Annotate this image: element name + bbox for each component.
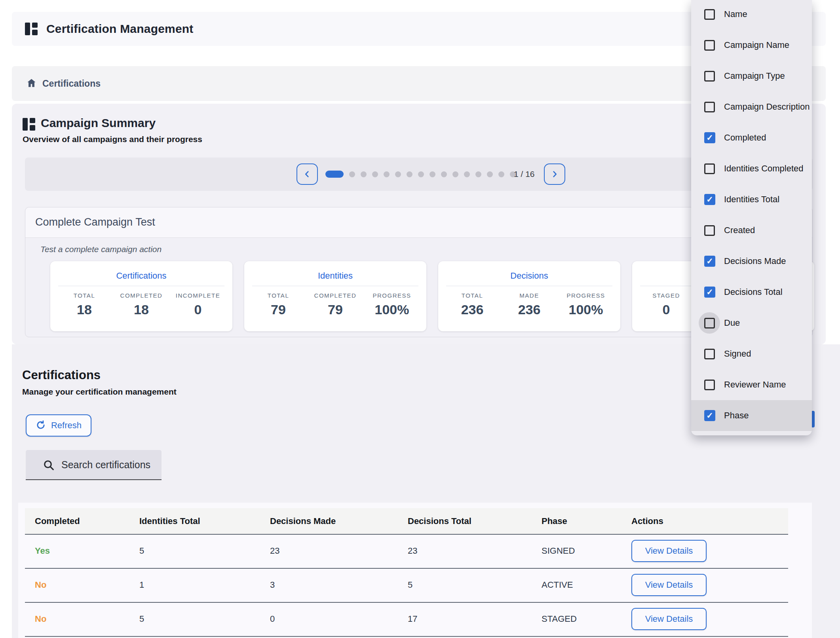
carousel-dot-active[interactable] [325, 171, 344, 178]
column-header-completed: Completed [35, 508, 80, 534]
carousel-dot[interactable] [418, 171, 424, 177]
menu-item-campaign-name[interactable]: Campaign Name [691, 30, 812, 61]
carousel-dot[interactable] [475, 171, 481, 177]
menu-item-decisions-made[interactable]: ✓ Decisions Made [691, 246, 812, 277]
cell-phase: SIGNED [542, 534, 575, 568]
menu-item-reviewer-name[interactable]: Reviewer Name [691, 369, 812, 400]
carousel-prev-button[interactable] [296, 163, 318, 185]
certifications-table: Completed Identities Total Decisions Mad… [18, 503, 812, 638]
checkbox-unchecked-icon[interactable] [704, 40, 715, 51]
stat-card-title: Decisions [438, 271, 620, 281]
carousel-dot[interactable] [407, 171, 412, 177]
page-title: Certification Management [46, 22, 194, 36]
search-input[interactable] [61, 450, 156, 479]
checkbox-checked-icon[interactable]: ✓ [704, 194, 715, 205]
checkbox-unchecked-icon[interactable] [704, 380, 715, 390]
cell-completed: Yes [35, 534, 50, 568]
menu-item-label: Decisions Made [724, 256, 786, 266]
campaign-name: Complete Campaign Test [35, 216, 155, 228]
stat-card-certifications: Certifications TOTAL 18 COMPLETED 18 INC… [50, 261, 232, 331]
checkbox-unchecked-icon[interactable] [704, 318, 715, 328]
checkbox-unchecked-icon[interactable] [704, 349, 715, 359]
view-details-button[interactable]: View Details [631, 574, 707, 596]
menu-item-due[interactable]: Due [691, 308, 812, 338]
carousel-page-indicator: 1 / 16 [514, 158, 535, 191]
column-header-identities-total: Identities Total [139, 508, 200, 534]
checkbox-unchecked-icon[interactable] [704, 71, 715, 82]
menu-item-label: Decisions Total [724, 287, 783, 297]
menu-item-label: Identities Total [724, 194, 779, 205]
checkbox-checked-icon[interactable]: ✓ [704, 132, 715, 143]
carousel-dot[interactable] [441, 171, 447, 177]
breadcrumb-item-certifications[interactable]: Certifications [42, 78, 101, 89]
campaign-summary-subtitle: Overview of all campaigns and their prog… [23, 135, 202, 144]
carousel-dot[interactable] [349, 171, 355, 177]
checkbox-checked-icon[interactable]: ✓ [704, 410, 715, 421]
column-header-actions: Actions [631, 508, 663, 534]
carousel-dot[interactable] [487, 171, 493, 177]
certification-management-screen: Certifications Manage your certification… [0, 0, 840, 638]
column-header-phase: Phase [542, 508, 567, 534]
stat-card-decisions: Decisions TOTAL 236 MADE 236 PROGRESS 10… [438, 261, 620, 331]
menu-item-decisions-total[interactable]: ✓ Decisions Total [691, 277, 812, 308]
column-chooser-menu: Name Campaign Name Campaign Type Campaig… [691, 0, 812, 435]
view-details-button[interactable]: View Details [631, 540, 707, 562]
search-icon [42, 459, 55, 473]
dashboard-icon [25, 23, 38, 35]
menu-item-campaign-type[interactable]: Campaign Type [691, 61, 812, 91]
home-icon[interactable] [26, 78, 37, 90]
menu-item-label: Created [724, 225, 755, 235]
cell-decisions-made: 3 [270, 568, 275, 602]
carousel-dot[interactable] [430, 171, 435, 177]
divider [58, 286, 224, 286]
menu-item-label: Identities Completed [724, 163, 804, 174]
cell-identities-total: 5 [139, 602, 144, 636]
divider [446, 286, 612, 286]
carousel-dot[interactable] [372, 171, 378, 177]
checkbox-unchecked-icon[interactable] [704, 102, 715, 112]
carousel-dot[interactable] [498, 171, 504, 177]
carousel-dot[interactable] [464, 171, 470, 177]
certifications-heading: Certifications [22, 368, 101, 382]
checkbox-unchecked-icon[interactable] [704, 163, 715, 174]
view-details-button[interactable]: View Details [631, 608, 707, 630]
stat-card-title: Identities [244, 271, 426, 281]
menu-item-created[interactable]: Created [691, 215, 812, 246]
refresh-button[interactable]: Refresh [26, 414, 91, 437]
menu-item-campaign-description[interactable]: Campaign Description [691, 91, 812, 122]
menu-item-label: Signed [724, 349, 751, 359]
menu-item-identities-completed[interactable]: Identities Completed [691, 153, 812, 184]
carousel-next-button[interactable] [544, 163, 565, 185]
menu-item-label: Due [724, 318, 740, 328]
stat-label: PROGRESS [550, 292, 621, 299]
campaign-summary-title: Campaign Summary [41, 116, 156, 130]
carousel-dot[interactable] [452, 171, 458, 177]
column-header-decisions-made: Decisions Made [270, 508, 336, 534]
menu-item-label: Completed [724, 133, 766, 143]
checkbox-checked-icon[interactable]: ✓ [704, 287, 715, 298]
menu-item-phase[interactable]: ✓ Phase [691, 400, 812, 431]
checkbox-unchecked-icon[interactable] [704, 9, 715, 20]
cell-identities-total: 5 [139, 534, 144, 568]
dashboard-icon [23, 118, 35, 131]
carousel-dot[interactable] [395, 171, 401, 177]
menu-item-label: Name [724, 9, 747, 19]
checkbox-checked-icon[interactable]: ✓ [704, 256, 715, 267]
checkbox-unchecked-icon[interactable] [704, 225, 715, 236]
carousel-dot[interactable] [384, 171, 390, 177]
stat-value: 100% [356, 302, 428, 317]
menu-item-completed[interactable]: ✓ Completed [691, 122, 812, 153]
cell-decisions-made: 23 [270, 534, 279, 568]
cell-identities-total: 1 [139, 568, 144, 602]
stat-card-identities: Identities TOTAL 79 COMPLETED 79 PROGRES… [244, 261, 426, 331]
carousel-dots [325, 158, 516, 191]
menu-item-identities-total[interactable]: ✓ Identities Total [691, 184, 812, 215]
menu-item-name[interactable]: Name [691, 0, 812, 30]
search-certifications-field[interactable] [26, 450, 162, 480]
refresh-icon [36, 420, 46, 431]
column-header-decisions-total: Decisions Total [408, 508, 471, 534]
stat-label: INCOMPLETE [162, 292, 234, 299]
carousel-dot[interactable] [361, 171, 367, 177]
cell-decisions-made: 0 [270, 602, 275, 636]
menu-item-signed[interactable]: Signed [691, 338, 812, 369]
